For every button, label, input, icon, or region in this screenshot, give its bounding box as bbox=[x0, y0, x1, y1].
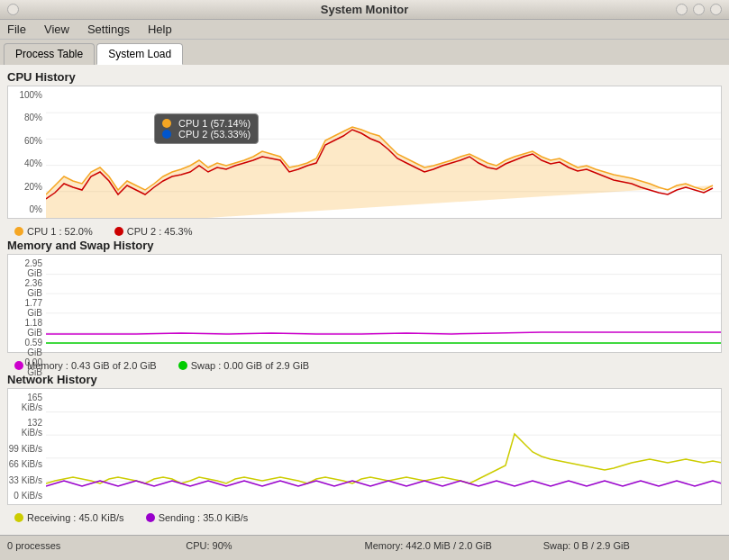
maximize-button[interactable] bbox=[693, 4, 705, 15]
cpu-y-label-0: 100% bbox=[8, 90, 42, 100]
menu-settings[interactable]: Settings bbox=[84, 22, 133, 37]
memory-y-axis: 2.95 GiB 2.36 GiB 1.77 GiB 1.18 GiB 0.59… bbox=[8, 255, 46, 352]
sending-legend-label: Sending : 35.0 KiB/s bbox=[159, 512, 249, 523]
status-memory: Memory: 442.0 MiB / 2.0 GiB bbox=[365, 540, 543, 551]
cpu-y-label-2: 60% bbox=[8, 136, 42, 146]
network-title: Network History bbox=[7, 373, 722, 386]
cpu2-legend-dot bbox=[114, 227, 123, 236]
tab-bar: Process Table System Load bbox=[0, 40, 729, 65]
cpu-y-label-4: 20% bbox=[8, 182, 42, 192]
menu-help[interactable]: Help bbox=[144, 22, 176, 37]
net-y-0: 165 KiB/s bbox=[8, 393, 42, 412]
mem-y-2: 1.77 GiB bbox=[8, 298, 42, 318]
status-bar: 0 processes CPU: 90% Memory: 442.0 MiB /… bbox=[0, 535, 729, 555]
cpu2-legend-item: CPU 2 : 45.3% bbox=[114, 226, 193, 237]
cpu-canvas: CPU 1 (57.14%) CPU 2 (53.33%) bbox=[46, 86, 721, 218]
cpu-legend: CPU 1 : 52.0% CPU 2 : 45.3% bbox=[7, 224, 722, 239]
mem-y-5: 0.00 GiB bbox=[8, 357, 42, 377]
mem-y-4: 0.59 GiB bbox=[8, 338, 42, 357]
minimize-button[interactable] bbox=[676, 4, 688, 15]
network-legend: Receiving : 45.0 KiB/s Sending : 35.0 Ki… bbox=[7, 510, 722, 525]
window-right-controls[interactable] bbox=[676, 4, 722, 15]
svg-marker-4 bbox=[46, 127, 713, 218]
status-cpu: CPU: 90% bbox=[186, 540, 364, 551]
memory-canvas bbox=[46, 255, 721, 352]
close-right-button[interactable] bbox=[710, 4, 722, 15]
memory-legend-label: Memory : 0.43 GiB of 2.0 GiB bbox=[27, 360, 157, 371]
net-y-1: 132 KiB/s bbox=[8, 418, 42, 438]
sending-legend-dot bbox=[146, 513, 155, 522]
tab-process-table[interactable]: Process Table bbox=[4, 43, 95, 65]
net-y-3: 66 KiB/s bbox=[8, 459, 42, 469]
net-y-2: 99 KiB/s bbox=[8, 444, 42, 454]
receiving-legend-dot bbox=[14, 513, 23, 522]
cpu-y-label-3: 40% bbox=[8, 158, 42, 168]
mem-y-0: 2.95 GiB bbox=[8, 258, 42, 278]
tab-system-load[interactable]: System Load bbox=[96, 43, 183, 65]
memory-section: Memory and Swap History 2.95 GiB 2.36 Gi… bbox=[7, 239, 722, 373]
window-controls[interactable] bbox=[7, 4, 19, 15]
cpu-y-label-5: 0% bbox=[8, 204, 42, 214]
memory-chart: 2.95 GiB 2.36 GiB 1.77 GiB 1.18 GiB 0.59… bbox=[7, 254, 722, 353]
network-section: Network History 165 KiB/s 132 KiB/s 99 K… bbox=[7, 373, 722, 525]
network-chart: 165 KiB/s 132 KiB/s 99 KiB/s 66 KiB/s 33… bbox=[7, 388, 722, 505]
swap-legend-dot bbox=[178, 361, 187, 370]
cpu-title: CPU History bbox=[7, 70, 722, 84]
memory-legend: Memory : 0.43 GiB of 2.0 GiB Swap : 0.00… bbox=[7, 358, 722, 373]
mem-y-1: 2.36 GiB bbox=[8, 278, 42, 298]
sending-legend-item: Sending : 35.0 KiB/s bbox=[146, 512, 249, 523]
cpu2-legend-label: CPU 2 : 45.3% bbox=[127, 226, 193, 237]
receiving-legend-label: Receiving : 45.0 KiB/s bbox=[27, 512, 124, 523]
menubar: File View Settings Help bbox=[0, 20, 729, 40]
memory-title: Memory and Swap History bbox=[7, 239, 722, 252]
swap-legend-label: Swap : 0.00 GiB of 2.9 GiB bbox=[191, 360, 309, 371]
cpu-section: CPU History 100% 80% 60% 40% 20% 0% bbox=[7, 70, 722, 239]
cpu-chart: 100% 80% 60% 40% 20% 0% bbox=[7, 86, 722, 219]
menu-view[interactable]: View bbox=[41, 22, 73, 37]
mem-y-3: 1.18 GiB bbox=[8, 318, 42, 338]
status-swap: Swap: 0 B / 2.9 GiB bbox=[543, 540, 722, 551]
menu-file[interactable]: File bbox=[4, 22, 30, 37]
close-button[interactable] bbox=[7, 4, 19, 15]
main-content: CPU History 100% 80% 60% 40% 20% 0% bbox=[0, 65, 729, 535]
cpu-y-label-1: 80% bbox=[8, 113, 42, 122]
status-processes: 0 processes bbox=[7, 540, 186, 551]
window-title: System Monitor bbox=[321, 3, 409, 16]
net-y-5: 0 KiB/s bbox=[8, 491, 42, 501]
title-bar: System Monitor bbox=[0, 0, 729, 20]
network-y-axis: 165 KiB/s 132 KiB/s 99 KiB/s 66 KiB/s 33… bbox=[8, 389, 46, 504]
swap-legend-item: Swap : 0.00 GiB of 2.9 GiB bbox=[178, 360, 309, 371]
receiving-legend-item: Receiving : 45.0 KiB/s bbox=[14, 512, 124, 523]
net-y-4: 33 KiB/s bbox=[8, 475, 42, 485]
cpu-y-axis: 100% 80% 60% 40% 20% 0% bbox=[8, 86, 46, 218]
cpu1-legend-label: CPU 1 : 52.0% bbox=[27, 226, 93, 237]
cpu1-legend-item: CPU 1 : 52.0% bbox=[14, 226, 93, 237]
cpu1-legend-dot bbox=[14, 227, 23, 236]
network-canvas bbox=[46, 389, 721, 504]
